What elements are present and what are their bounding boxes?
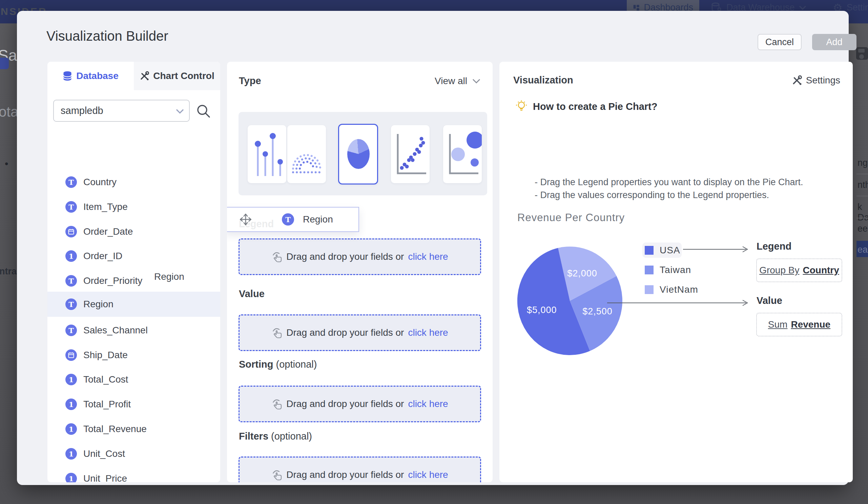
dropzone-click-here[interactable]: click here [408,327,448,338]
dropzone-click-here[interactable]: click here [408,251,448,262]
field-label: Unit_Price [83,473,127,482]
legend-item-vietnam[interactable]: VietNam [645,284,698,295]
chart-type-scatter[interactable] [391,125,430,183]
sum-value: Revenue [791,319,830,330]
field-label: Total_Cost [83,374,128,385]
drag-ghost-region[interactable]: T Region [227,207,359,232]
pie-value-label: $2,000 [567,268,597,279]
section-label-sorting: Sorting (optional) [239,359,317,370]
tap-icon [271,327,282,339]
database-select[interactable] [53,100,190,122]
field-label: Order_Date [83,226,133,237]
field-label: Order_ID [83,251,122,262]
tab-database-label: Database [76,71,118,81]
field-row-unit-cost[interactable]: 1Unit_Cost [48,442,220,466]
move-icon [238,212,253,226]
legend-label: USA [660,245,680,256]
tap-icon [271,469,282,481]
viz-settings-button[interactable]: Settings [792,75,840,86]
sorting-dropzone[interactable]: Drag and drop your fields or click here [238,386,481,422]
text-field-icon: T [65,201,77,213]
legend-dropzone[interactable]: Drag and drop your fields or click here [238,239,481,275]
pie-chart-icon [347,139,370,169]
database-select-input[interactable] [61,102,173,120]
field-row-region[interactable]: TRegion [48,292,220,317]
legend-annotation-heading: Legend [756,241,792,252]
dropzone-text: Drag and drop your fields or [286,399,404,410]
chevron-down-icon [472,78,481,84]
field-row-total-profit[interactable]: 1Total_Profit [48,392,220,416]
arrow-to-value [607,299,752,307]
tab-database[interactable]: Database [48,62,134,90]
dropzone-text: Drag and drop your fields or [286,327,404,338]
field-row-item-type[interactable]: TItem_Type [48,195,220,219]
view-all-button[interactable]: View all [435,75,481,87]
calendar-icon [65,349,77,361]
tab-chart-control-label: Chart Control [153,71,214,81]
ghost-field-label: Region [303,214,333,225]
field-label: Ship_Date [83,350,128,361]
chart-type-lollipop[interactable] [248,125,286,183]
legend-label: VietNam [660,284,698,295]
database-icon [63,71,72,81]
chart-type-arc-dots[interactable] [287,125,326,183]
tab-chart-control[interactable]: Chart Control [134,62,220,90]
field-label: Country [83,177,116,188]
legend-item-taiwan[interactable]: Taiwan [645,264,691,275]
section-label-filters: Filters (optional) [239,431,312,442]
chart-type-strip [238,112,487,195]
cancel-button[interactable]: Cancel [757,34,802,50]
chart-type-bubble[interactable] [443,125,482,183]
filters-dropzone[interactable]: Drag and drop your fields or click here [238,456,481,482]
pie-value-label: $2,500 [582,306,612,316]
value-annotation-box[interactable]: Sum Revenue [756,313,842,336]
add-button[interactable]: Add [812,34,857,50]
bubble-chart-icon [443,125,482,183]
drag-ghost-text: Region [154,271,184,282]
hint-title: How to create a Pie Chart? [533,101,657,112]
value-annotation-heading: Value [756,295,782,306]
visualization-builder-modal: Visualization Builder Cancel Add Databas… [17,11,849,485]
field-row-total-revenue[interactable]: 1Total_Revenue [48,417,220,441]
chevron-down-icon[interactable] [176,109,184,114]
legend-annotation-box[interactable]: Group By Country [756,259,842,282]
field-row-country[interactable]: TCountry [48,170,220,194]
chevron-down-icon [799,6,806,10]
search-icon[interactable] [196,103,211,119]
scatter-chart-icon [391,125,430,183]
visualization-panel: Visualization Settings How to create a P… [499,62,853,482]
bg-blue-fragment [0,58,9,69]
fields-panel: Database Chart Control TCountry TItem_Ty… [48,62,220,482]
field-label: Region [83,299,114,310]
field-row-ship-date[interactable]: Ship_Date [48,343,220,367]
field-row-order-priority[interactable]: TOrder_Priority [48,269,220,293]
section-label-value: Value [239,288,265,300]
field-row-unit-price[interactable]: 1Unit_Price [48,466,220,482]
group-by-value: Country [803,265,839,276]
dropzone-click-here[interactable]: click here [408,399,448,410]
field-label: Order_Priority [83,275,142,286]
nav-settings-label: Settings [847,2,868,13]
sum-label: Sum [768,319,788,330]
group-by-label: Group By [759,265,799,276]
bg-menu-fragment: nge [858,158,868,168]
dropzone-click-here[interactable]: click here [408,470,448,480]
field-label: Total_Profit [83,399,131,410]
field-label: Item_Type [83,201,128,212]
field-row-order-id[interactable]: 1Order_ID [48,244,220,268]
number-field-icon: 1 [65,448,77,460]
field-row-order-date[interactable]: Order_Date [48,220,220,244]
legend-label: Taiwan [660,264,691,275]
chart-type-pie-selected[interactable] [338,124,378,184]
legend-item-usa[interactable]: USA [645,245,680,256]
field-label: Total_Revenue [83,424,147,434]
dropzone-text: Drag and drop your fields or [286,251,404,262]
value-dropzone[interactable]: Drag and drop your fields or click here [238,314,481,351]
bg-separator [857,174,868,174]
screen: NSIDER Dashboards Data Warehouse ⚙ Setti… [0,0,868,504]
field-row-total-cost[interactable]: 1Total_Cost [48,367,220,392]
tools-icon [792,75,802,85]
number-field-icon: 1 [65,374,77,385]
bg-year-label: ear [858,244,868,255]
field-row-sales-channel[interactable]: TSales_Channel [48,318,220,343]
